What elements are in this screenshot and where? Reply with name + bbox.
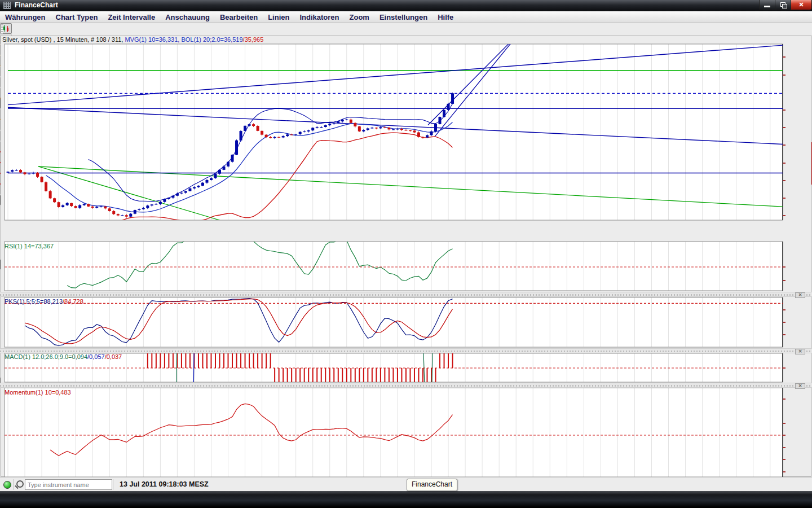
rsi-axis-tick <box>783 266 785 268</box>
price-axis-tick <box>783 144 785 146</box>
close-panel-icon[interactable]: ✕ <box>795 349 805 354</box>
pks-axis-tick <box>783 334 785 335</box>
macd-label-green: MACD(1) 12.0;26.0;9.0=0,094 <box>5 353 87 360</box>
time-axis-label: 17:00 <box>0 273 406 279</box>
momentum-axis-tick <box>783 423 785 424</box>
time-axis-label: 15:00 <box>0 422 406 428</box>
chart-header: Silver, spot (USD) , 15 Minuten, # 108 /… <box>2 36 263 43</box>
price-axis-tick <box>783 56 785 58</box>
time-axis-label: 10:00 <box>0 225 406 232</box>
splitter-grip <box>0 385 812 387</box>
rsi-axis-tick <box>783 280 785 281</box>
macd-label-blue: /0,057 <box>87 353 105 360</box>
time-axis-label: 02:00 <box>0 334 406 340</box>
time-axis-label: 13:00 <box>0 246 406 252</box>
macd-label-red: /0,037 <box>105 353 122 360</box>
time-axis-label: 01:00 <box>0 489 406 496</box>
time-axis-label: 17:00 <box>0 435 406 442</box>
price-axis-tick <box>783 110 785 111</box>
price-axis-tick <box>783 198 785 199</box>
momentum-axis-tick <box>783 471 785 472</box>
time-axis-label: 07:00 <box>0 205 406 212</box>
price-axis-tick <box>783 127 785 128</box>
price-axis-tick <box>783 163 785 164</box>
splitter-grip <box>0 351 812 352</box>
time-axis-label: 01:00 <box>0 327 406 334</box>
chart-header-mvg-bol: MVG(1) 10=36,331, BOL(1) 20;2.0=36,519 <box>125 36 242 43</box>
time-axis-label: 03:00 <box>0 340 406 347</box>
time-axis-label: 06:00 <box>0 361 406 367</box>
time-axis-label: 22:00 <box>0 306 406 313</box>
time-axis-label: 07:00 <box>0 367 406 374</box>
time-axis-label: 23:00 <box>0 476 406 483</box>
panel-splitter[interactable]: ✕ <box>0 383 812 388</box>
splitter-grip <box>0 294 812 296</box>
time-axis-label: 00:00 <box>0 320 406 327</box>
time-axis-label: 19:00 <box>0 449 406 456</box>
pks-axis-tick <box>783 322 785 323</box>
momentum-axis-tick <box>783 435 785 436</box>
time-axis-label: 13:00 <box>0 408 406 415</box>
rsi-label: RSI(1) 14=73,367 <box>5 243 54 249</box>
time-axis-label: 23:00 <box>0 313 406 320</box>
macd-axis-tick <box>783 367 785 369</box>
time-axis-label: 21:00 <box>0 462 406 469</box>
time-axis-label: 02:00 <box>0 496 406 503</box>
close-panel-icon[interactable]: ✕ <box>795 292 805 298</box>
time-axis-label: 16:00 <box>0 428 406 435</box>
taskbar-tooltip: FinanceChart <box>407 479 457 491</box>
time-axis-label: 18:00 <box>0 279 406 286</box>
time-axis-label: 16:00 <box>0 266 406 273</box>
panel-splitter[interactable]: ✕ <box>0 348 812 353</box>
pks-label-red: /84,728 <box>63 298 83 305</box>
panel-splitter[interactable]: ✕ <box>0 292 812 297</box>
momentum-axis-tick <box>783 459 785 460</box>
time-axis-label: 00:00 <box>0 483 406 489</box>
momentum-label: Momentum(1) 10=0,483 <box>5 389 71 396</box>
time-axis-label: 15:00 <box>0 259 406 266</box>
time-axis-label: 14:00 <box>0 415 406 422</box>
time-axis-label: 12:00 <box>0 401 406 408</box>
pks-label-main: PKS(1) 5;5;5=88,213 <box>5 298 63 305</box>
price-axis-tick <box>783 75 785 76</box>
price-axis-tick <box>783 215 785 216</box>
time-axis-label: 08:00 <box>0 212 406 218</box>
time-axis-label: 14:00 <box>0 252 406 259</box>
macd-label: MACD(1) 12.0;26.0;9.0=0,094/0,057/0,037 <box>5 353 122 360</box>
momentum-axis-tick <box>783 447 785 448</box>
time-axis-label: 18:00 <box>0 442 406 449</box>
close-panel-icon[interactable]: ✕ <box>795 383 805 389</box>
momentum-axis-tick <box>783 398 785 400</box>
time-axis-label: 11:00 <box>0 232 406 239</box>
time-axis-label: 08:00 <box>0 374 406 381</box>
price-axis-tick <box>783 180 785 181</box>
pks-label: PKS(1) 5;5;5=88,213/84,728 <box>5 298 83 305</box>
time-axis-label: 03:00 <box>0 503 406 508</box>
screen: FinanceChart ✕ WährungenChart TypenZeit … <box>0 0 812 508</box>
pks-axis-tick <box>783 309 785 310</box>
time-axis-label: 12:00 <box>0 239 406 246</box>
time-axis-label: 20:00 <box>0 456 406 462</box>
time-axis-label: 22:00 <box>0 469 406 476</box>
chart-header-instrument: Silver, spot (USD) , 15 Minuten, # 108 /… <box>2 36 125 43</box>
chart-header-bol-lower: /35,965 <box>243 36 264 43</box>
time-axis-label: 09:00 <box>0 218 406 225</box>
